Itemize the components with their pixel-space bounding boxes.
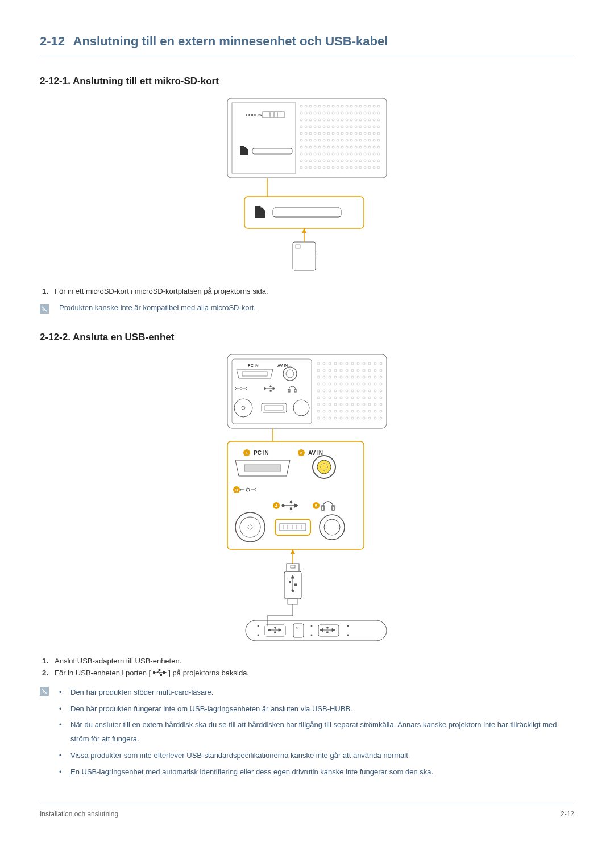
svg-point-139: [323, 153, 325, 155]
svg-point-79: [377, 126, 380, 128]
svg-point-343: [290, 501, 292, 503]
svg-point-41: [368, 112, 371, 114]
svg-point-236: [363, 369, 365, 372]
svg-point-100: [309, 139, 312, 141]
svg-point-135: [305, 153, 307, 155]
svg-rect-1: [232, 103, 296, 173]
svg-marker-362: [291, 549, 295, 554]
svg-point-232: [340, 369, 342, 372]
svg-point-123: [332, 146, 334, 148]
svg-point-125: [341, 146, 343, 148]
svg-point-260: [363, 383, 365, 385]
svg-point-115: [377, 139, 380, 141]
svg-point-252: [317, 383, 320, 385]
step-number: 1.: [42, 657, 51, 665]
svg-point-16: [337, 105, 339, 107]
svg-point-392: [159, 669, 160, 671]
svg-point-117: [305, 146, 307, 148]
svg-point-12: [318, 105, 321, 107]
svg-point-166: [364, 160, 366, 162]
svg-point-85: [323, 132, 325, 135]
svg-point-56: [355, 119, 357, 121]
svg-point-258: [351, 383, 354, 385]
svg-point-174: [318, 166, 321, 169]
svg-point-67: [323, 126, 325, 128]
note: •Den här produkten stöder multi-card-läs…: [40, 686, 574, 781]
svg-point-230: [329, 369, 331, 372]
svg-point-220: [340, 362, 342, 365]
svg-point-17: [341, 105, 343, 107]
svg-point-187: [377, 166, 380, 169]
svg-rect-190: [273, 208, 341, 217]
svg-point-81: [305, 132, 307, 135]
svg-rect-352: [275, 519, 310, 535]
svg-text:⎋: ⎋: [296, 625, 299, 629]
svg-point-31: [323, 112, 325, 114]
svg-point-184: [364, 166, 366, 169]
svg-point-164: [355, 160, 357, 162]
svg-point-305: [346, 410, 348, 412]
svg-point-323: [380, 417, 382, 419]
svg-point-292: [340, 403, 342, 406]
svg-point-74: [355, 126, 357, 128]
svg-point-274: [374, 390, 376, 392]
svg-point-66: [318, 126, 321, 128]
svg-point-78: [373, 126, 375, 128]
svg-point-227: [380, 362, 382, 365]
svg-point-63: [305, 126, 307, 128]
svg-rect-394: [160, 674, 161, 675]
svg-point-62: [300, 126, 302, 128]
svg-point-102: [318, 139, 321, 141]
svg-point-27: [305, 112, 307, 114]
svg-point-234: [351, 369, 354, 372]
svg-point-283: [357, 397, 359, 399]
svg-point-140: [327, 153, 330, 155]
svg-point-118: [309, 146, 312, 148]
svg-point-275: [380, 390, 382, 392]
svg-point-280: [340, 397, 342, 399]
svg-point-37: [350, 112, 352, 114]
svg-point-303: [334, 410, 337, 412]
svg-point-127: [350, 146, 352, 148]
svg-point-235: [357, 369, 359, 372]
svg-point-51: [332, 119, 334, 121]
svg-point-320: [363, 417, 365, 419]
step-text: För in ett microSD-kort i microSD-kortpl…: [55, 287, 268, 295]
svg-point-84: [318, 132, 321, 135]
svg-point-226: [374, 362, 376, 365]
svg-point-282: [351, 397, 354, 399]
svg-point-273: [368, 390, 371, 392]
svg-point-26: [300, 112, 302, 114]
svg-point-299: [380, 403, 382, 406]
svg-point-183: [359, 166, 362, 169]
svg-point-55: [350, 119, 352, 121]
svg-point-24: [373, 105, 375, 107]
svg-point-33: [332, 112, 334, 114]
svg-point-266: [329, 390, 331, 392]
svg-point-270: [351, 390, 354, 392]
svg-point-178: [337, 166, 339, 169]
svg-point-201: [286, 370, 294, 378]
svg-point-155: [314, 160, 316, 162]
svg-point-161: [341, 160, 343, 162]
svg-point-291: [334, 403, 337, 406]
svg-point-255: [334, 383, 337, 385]
list-item: •Den här produkten stöder multi-card-läs…: [59, 686, 574, 700]
svg-point-233: [346, 369, 348, 372]
svg-point-148: [364, 153, 366, 155]
svg-point-295: [357, 403, 359, 406]
svg-point-42: [373, 112, 375, 114]
svg-point-298: [374, 403, 376, 406]
svg-point-18: [346, 105, 348, 107]
svg-point-244: [340, 376, 342, 378]
step-text-b: ] på projektorns baksida.: [168, 669, 249, 677]
svg-rect-213: [262, 403, 287, 412]
svg-point-264: [317, 390, 320, 392]
svg-point-8: [300, 105, 302, 107]
svg-rect-0: [227, 98, 387, 178]
svg-point-113: [368, 139, 371, 141]
svg-point-242: [329, 376, 331, 378]
svg-point-217: [323, 362, 325, 365]
svg-point-97: [377, 132, 380, 135]
svg-point-28: [309, 112, 312, 114]
